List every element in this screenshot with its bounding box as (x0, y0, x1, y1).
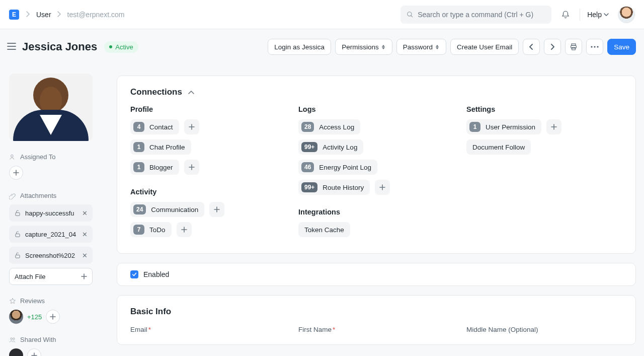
search-placeholder: Search or type a command (Ctrl + G) (418, 11, 533, 19)
search-input[interactable]: Search or type a command (Ctrl + G) (400, 6, 551, 24)
star-icon (9, 298, 16, 305)
svg-point-1 (11, 155, 14, 157)
assigned-to-header: Assigned To (9, 153, 101, 161)
communication-link[interactable]: 24Communication (130, 202, 204, 217)
reviews-count[interactable]: +125 (27, 313, 42, 321)
middle-name-label: Middle Name (Optional) (466, 326, 622, 333)
svg-point-11 (594, 46, 596, 47)
lock-open-icon (14, 252, 21, 259)
access-log-link[interactable]: 28Access Log (298, 119, 360, 134)
reviewer-avatar[interactable] (9, 310, 23, 324)
chat-profile-link[interactable]: 1Chat Profile (130, 139, 191, 155)
document-follow-link[interactable]: Document Follow (466, 139, 531, 155)
chevron-right-icon (550, 44, 554, 50)
permissions-menu[interactable]: Permissions (335, 39, 392, 55)
plus-icon (81, 273, 87, 279)
user-plus-icon (9, 154, 16, 161)
activity-log-link[interactable]: 99+Activity Log (298, 139, 363, 155)
user-portrait[interactable] (9, 74, 93, 141)
menu-toggle-button[interactable] (7, 43, 15, 51)
review-add-button[interactable] (46, 310, 60, 324)
attachment-item[interactable]: happy-successfu ✕ (9, 204, 93, 222)
topbar: E User test@erpnext.com Search or type a… (0, 0, 644, 29)
sort-icon (382, 45, 386, 49)
todo-link[interactable]: 7ToDo (130, 222, 172, 237)
bell-icon (561, 10, 570, 19)
attachment-item[interactable]: Screenshot%202 ✕ (9, 247, 93, 264)
add-communication-button[interactable] (209, 202, 224, 217)
printer-icon (570, 43, 578, 51)
create-user-email-button[interactable]: Create User Email (450, 39, 519, 55)
assign-add-button[interactable] (9, 166, 23, 180)
svg-rect-9 (572, 47, 576, 50)
help-menu[interactable]: Help (587, 11, 609, 19)
enabled-label: Enabled (143, 270, 169, 278)
status-badge: Active (104, 41, 138, 53)
profile-group-title: Profile (130, 105, 286, 113)
add-contact-button[interactable] (184, 119, 199, 134)
settings-group-title: Settings (466, 105, 622, 113)
basic-info-card: Basic Info Email* First Name* Middle Nam… (117, 295, 636, 345)
sort-icon (436, 45, 440, 49)
divider (580, 9, 580, 21)
save-button[interactable]: Save (607, 39, 636, 55)
chevron-left-icon (529, 44, 533, 50)
app-logo[interactable]: E (9, 10, 19, 20)
search-icon (407, 11, 414, 18)
remove-attachment-button[interactable]: ✕ (82, 252, 88, 259)
contact-link[interactable]: 4Contact (130, 119, 179, 134)
more-menu[interactable] (586, 39, 603, 55)
energy-point-log-link[interactable]: 46Energy Point Log (298, 160, 377, 175)
page-title: Jessica Jones (22, 40, 97, 53)
connections-header[interactable]: Connections (130, 87, 622, 97)
users-icon (9, 336, 16, 343)
chevron-right-icon (26, 11, 30, 19)
breadcrumb: User test@erpnext.com (26, 11, 124, 19)
breadcrumb-user[interactable]: User (36, 11, 51, 19)
svg-point-5 (11, 337, 13, 339)
print-button[interactable] (565, 39, 582, 55)
user-permission-link[interactable]: 1User Permission (466, 119, 541, 134)
blogger-link[interactable]: 1Blogger (130, 160, 179, 175)
enabled-card: Enabled (117, 263, 636, 286)
prev-button[interactable] (523, 39, 540, 55)
add-user-permission-button[interactable] (546, 119, 561, 134)
first-name-label: First Name* (298, 326, 454, 333)
svg-rect-4 (16, 255, 20, 258)
add-route-history-button[interactable] (375, 180, 390, 195)
lock-open-icon (14, 231, 21, 238)
add-todo-button[interactable] (177, 222, 192, 237)
enabled-checkbox[interactable] (130, 270, 138, 278)
user-avatar[interactable] (618, 6, 635, 23)
svg-point-10 (591, 46, 593, 47)
attachment-item[interactable]: capture_2021_04 ✕ (9, 226, 93, 243)
svg-point-12 (597, 46, 599, 47)
attachments-header: Attachments (9, 192, 101, 199)
route-history-link[interactable]: 99+Route History (298, 180, 370, 195)
shared-avatar[interactable] (9, 348, 23, 356)
next-button[interactable] (544, 39, 561, 55)
help-label: Help (587, 11, 602, 19)
activity-group-title: Activity (130, 188, 286, 196)
token-cache-link[interactable]: Token Cache (298, 222, 350, 237)
add-blogger-button[interactable] (184, 160, 199, 175)
login-as-button[interactable]: Login as Jessica (268, 39, 331, 55)
svg-point-6 (13, 337, 15, 339)
basic-info-title: Basic Info (130, 307, 622, 317)
breadcrumb-email[interactable]: test@erpnext.com (67, 11, 125, 19)
sidebar: Assigned To Attachments happy-successfu … (0, 29, 101, 356)
share-add-button[interactable] (27, 348, 41, 356)
lock-open-icon (14, 209, 21, 217)
password-menu[interactable]: Password (396, 39, 446, 55)
svg-rect-3 (16, 234, 20, 237)
connections-card: Connections Profile 4Contact 1Chat Profi… (117, 76, 636, 254)
notifications-button[interactable] (558, 8, 573, 22)
shared-with-header: Shared With (9, 336, 101, 343)
integrations-group-title: Integrations (298, 208, 454, 216)
attach-file-button[interactable]: Attach File (9, 268, 93, 285)
chevron-right-icon (57, 11, 61, 19)
remove-attachment-button[interactable]: ✕ (82, 209, 88, 217)
paperclip-icon (9, 192, 16, 199)
action-toolbar: Login as Jessica Permissions Password Cr… (268, 39, 636, 55)
remove-attachment-button[interactable]: ✕ (82, 231, 88, 238)
